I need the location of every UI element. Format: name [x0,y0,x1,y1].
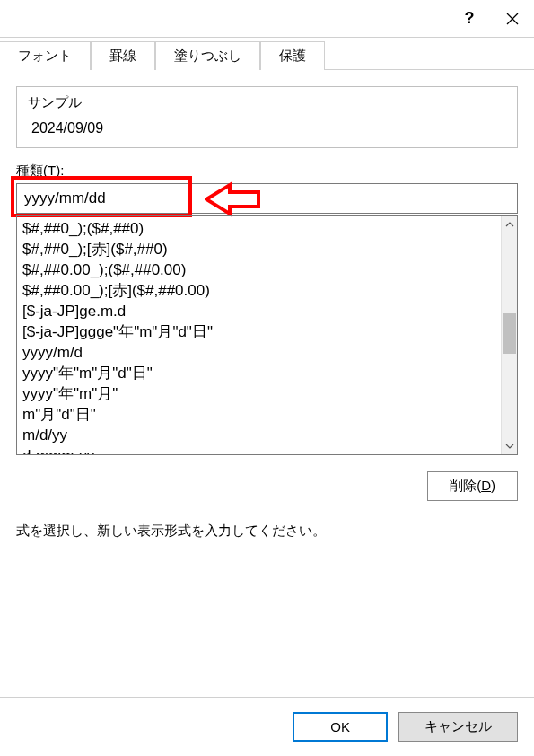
scrollbar[interactable] [501,216,517,454]
scroll-down-button[interactable] [502,438,517,454]
list-item[interactable]: $#,##0_);($#,##0) [22,218,495,239]
scroll-up-button[interactable] [502,216,517,233]
sample-box: サンプル 2024/09/09 [16,86,518,148]
titlebar: ? [0,0,534,38]
chevron-down-icon [505,444,514,449]
list-item[interactable]: yyyy/m/d [22,342,495,363]
sample-value: 2024/09/09 [28,120,506,136]
delete-label-prefix: 削除( [450,478,481,493]
type-input-wrap [16,183,518,214]
list-item[interactable]: m"月"d"日" [22,404,495,425]
delete-label-suffix: ) [491,478,495,493]
scroll-thumb[interactable] [503,313,516,354]
type-input[interactable] [16,183,518,214]
cancel-button[interactable]: キャンセル [398,712,518,742]
type-label-prefix: 種類( [16,163,48,178]
tab-border[interactable]: 罫線 [91,41,155,70]
type-label: 種類(T): [16,163,518,180]
help-button[interactable]: ? [448,0,491,38]
delete-row: 削除(D) [16,471,518,501]
content-area: サンプル 2024/09/09 種類(T): $#,##0_);($#,##0)… [0,70,534,540]
footer: OK キャンセル [0,697,534,756]
tab-protection[interactable]: 保護 [260,41,325,70]
description-text: 式を選択し、新しい表示形式を入力してください。 [16,523,518,540]
type-label-key: T [48,163,56,178]
list-item[interactable]: $#,##0.00_);[赤]($#,##0.00) [22,280,495,301]
close-icon [506,13,519,25]
tabs: フォント 罫線 塗りつぶし 保護 [0,38,534,70]
delete-label-key: D [481,478,491,493]
list-item[interactable]: yyyy"年"m"月"d"日" [22,363,495,383]
list-content[interactable]: $#,##0_);($#,##0) $#,##0_);[赤]($#,##0) $… [17,216,501,454]
list-item[interactable]: [$-ja-JP]ge.m.d [22,301,495,321]
list-item[interactable]: d-mmm-yy [22,445,495,454]
list-item[interactable]: yyyy"年"m"月" [22,383,495,404]
tab-font[interactable]: フォント [0,41,91,70]
ok-button[interactable]: OK [293,712,388,742]
tab-fill[interactable]: 塗りつぶし [155,41,260,70]
list-item[interactable]: m/d/yy [22,425,495,445]
scroll-track[interactable] [502,233,517,438]
sample-label: サンプル [28,94,506,111]
type-label-suffix: ): [56,163,64,178]
list-item[interactable]: $#,##0_);[赤]($#,##0) [22,239,495,259]
list-item[interactable]: $#,##0.00_);($#,##0.00) [22,259,495,280]
close-button[interactable] [491,0,534,38]
delete-button[interactable]: 削除(D) [427,471,518,501]
list-item[interactable]: [$-ja-JP]ggge"年"m"月"d"日" [22,321,495,342]
chevron-up-icon [505,222,514,227]
format-list: $#,##0_);($#,##0) $#,##0_);[赤]($#,##0) $… [16,215,518,455]
